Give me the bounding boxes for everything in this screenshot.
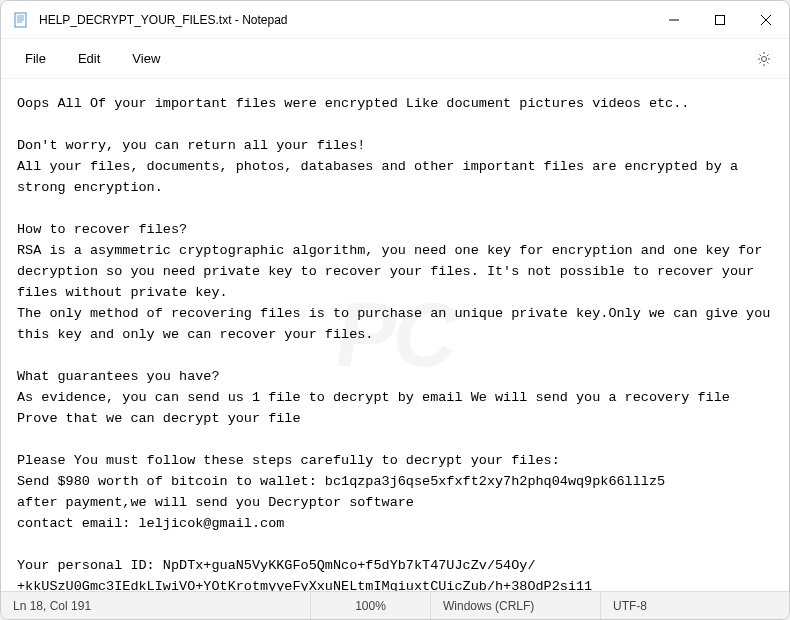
menu-file[interactable]: File: [9, 45, 62, 72]
status-encoding: UTF-8: [601, 592, 789, 619]
titlebar: HELP_DECRYPT_YOUR_FILES.txt - Notepad: [1, 1, 789, 39]
window-controls: [651, 1, 789, 38]
menubar: File Edit View: [1, 39, 789, 79]
text-area[interactable]: Oops All Of your important files were en…: [1, 79, 789, 591]
minimize-button[interactable]: [651, 1, 697, 38]
settings-button[interactable]: [755, 50, 773, 68]
status-line-ending: Windows (CRLF): [431, 592, 601, 619]
window-title: HELP_DECRYPT_YOUR_FILES.txt - Notepad: [39, 13, 651, 27]
close-button[interactable]: [743, 1, 789, 38]
notepad-window: HELP_DECRYPT_YOUR_FILES.txt - Notepad Fi…: [0, 0, 790, 620]
document-text: Oops All Of your important files were en…: [17, 96, 779, 591]
status-zoom[interactable]: 100%: [311, 592, 431, 619]
menu-view[interactable]: View: [116, 45, 176, 72]
notepad-icon: [13, 12, 29, 28]
statusbar: Ln 18, Col 191 100% Windows (CRLF) UTF-8: [1, 591, 789, 619]
menu-edit[interactable]: Edit: [62, 45, 116, 72]
gear-icon: [756, 51, 772, 67]
svg-rect-6: [716, 15, 725, 24]
status-cursor-position: Ln 18, Col 191: [1, 592, 311, 619]
maximize-button[interactable]: [697, 1, 743, 38]
